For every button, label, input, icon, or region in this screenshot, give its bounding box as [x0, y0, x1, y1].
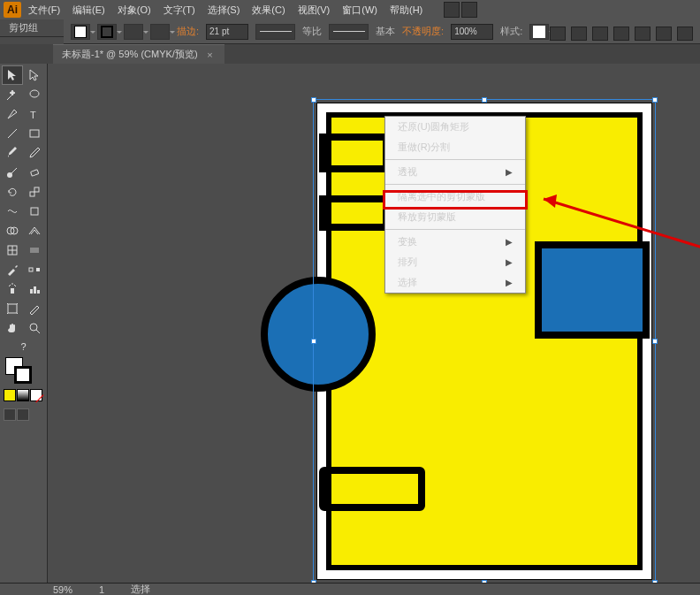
align-left-icon[interactable]: [613, 27, 629, 41]
perspective-grid-tool[interactable]: [24, 221, 45, 240]
help-icon[interactable]: ?: [2, 338, 45, 355]
width-tool[interactable]: [2, 202, 23, 221]
svg-rect-5: [30, 170, 38, 176]
arrange-docs-icon[interactable]: [461, 2, 477, 18]
recolor-icon[interactable]: [550, 27, 566, 41]
canvas[interactable]: [48, 64, 700, 584]
selection-tool[interactable]: [2, 65, 23, 85]
stroke-prof-2[interactable]: [329, 24, 369, 40]
isolate-mode-icon[interactable]: [677, 27, 693, 41]
document-tab[interactable]: 未标题-1* @ 59% (CMYK/预览) ×: [53, 44, 224, 64]
menu-effect[interactable]: 效果(C): [247, 2, 290, 19]
status-bar: 59% 1 选择: [0, 583, 700, 595]
artboard-tool[interactable]: [2, 299, 23, 318]
hand-tool[interactable]: [2, 318, 23, 338]
chevron-right-icon: ▶: [506, 257, 513, 267]
align-right-icon[interactable]: [656, 27, 672, 41]
close-tab-icon[interactable]: ×: [205, 50, 216, 60]
ctx-isolate-mask[interactable]: 隔离选中的剪切蒙版: [385, 187, 525, 207]
workspace: T ?: [0, 64, 700, 584]
menu-window[interactable]: 窗口(W): [337, 2, 383, 19]
magic-wand-tool[interactable]: [2, 85, 23, 104]
rotate-tool[interactable]: [2, 182, 23, 202]
transform-panel-icon[interactable]: [592, 27, 608, 41]
lasso-tool[interactable]: [24, 85, 45, 104]
shape-builder-tool[interactable]: [2, 221, 23, 240]
document-tab-title: 未标题-1* @ 59% (CMYK/预览): [62, 48, 198, 61]
menu-view[interactable]: 视图(V): [293, 2, 336, 19]
ctx-select[interactable]: 选择▶: [385, 272, 525, 293]
pencil-tool[interactable]: [24, 143, 45, 163]
stroke-swatch[interactable]: [97, 24, 117, 40]
direct-selection-tool[interactable]: [24, 65, 45, 85]
color-mode-swatches[interactable]: [2, 387, 45, 403]
gradient-tool[interactable]: [24, 240, 45, 260]
svg-point-20: [30, 324, 37, 331]
graphic-style-swatch[interactable]: [529, 24, 549, 40]
eyedropper-tool[interactable]: [2, 260, 23, 279]
fill-stroke-indicator[interactable]: [5, 357, 42, 384]
var-width-icon[interactable]: [150, 24, 170, 40]
toolbox: T ?: [0, 64, 48, 584]
svg-rect-16: [30, 289, 33, 294]
ctx-undo[interactable]: 还原(U)圆角矩形: [385, 117, 525, 137]
brush-def-icon[interactable]: [124, 24, 143, 40]
svg-point-0: [30, 90, 39, 97]
free-transform-tool[interactable]: [24, 202, 45, 221]
ctx-arrange[interactable]: 排列▶: [385, 252, 525, 272]
column-graph-tool[interactable]: [24, 279, 45, 299]
svg-rect-19: [8, 304, 17, 313]
menu-edit[interactable]: 编辑(E): [67, 2, 110, 19]
opacity-input[interactable]: [451, 24, 493, 40]
svg-rect-17: [34, 286, 36, 294]
stroke-size-input[interactable]: [206, 24, 248, 40]
menu-bar: Ai 文件(F) 编辑(E) 对象(O) 文字(T) 选择(S) 效果(C) 视…: [0, 0, 700, 19]
blob-brush-tool[interactable]: [2, 163, 23, 182]
document-tab-bar: 未标题-1* @ 59% (CMYK/预览) ×: [0, 44, 700, 64]
svg-rect-18: [37, 290, 40, 294]
blend-tool[interactable]: [24, 260, 45, 279]
line-tool[interactable]: [2, 124, 23, 143]
uniform-label: 等比: [302, 25, 322, 38]
align-center-icon[interactable]: [635, 27, 651, 41]
ctx-release-clip-mask[interactable]: 释放剪切蒙版: [385, 207, 525, 227]
style-label: 样式:: [500, 25, 522, 38]
svg-line-2: [8, 129, 17, 138]
menu-file[interactable]: 文件(F): [23, 2, 65, 19]
layout-icon[interactable]: [444, 2, 460, 18]
svg-line-21: [36, 330, 40, 333]
zoom-level[interactable]: 59%: [53, 584, 72, 595]
options-right-icons: [550, 27, 693, 41]
menu-select[interactable]: 选择(S): [202, 2, 246, 19]
zoom-tool[interactable]: [24, 318, 45, 338]
pen-tool[interactable]: [2, 104, 23, 124]
svg-rect-14: [36, 268, 40, 271]
mesh-tool[interactable]: [2, 240, 23, 260]
svg-rect-8: [31, 208, 38, 215]
ctx-redo[interactable]: 重做(R)分割: [385, 137, 525, 157]
chevron-right-icon: ▶: [506, 278, 513, 287]
symbol-sprayer-tool[interactable]: [2, 279, 23, 299]
stroke-label: 描边:: [177, 25, 199, 38]
artboard-nav[interactable]: 1: [99, 584, 104, 595]
paintbrush-tool[interactable]: [2, 143, 23, 163]
menu-object[interactable]: 对象(O): [112, 2, 156, 19]
align-icon[interactable]: [571, 27, 587, 41]
rectangle-tool[interactable]: [24, 124, 45, 143]
screen-mode-icons[interactable]: [2, 407, 45, 423]
svg-rect-12: [30, 248, 39, 253]
menu-type[interactable]: 文字(T): [158, 2, 201, 19]
basic-label: 基本: [376, 25, 395, 38]
scale-tool[interactable]: [24, 182, 45, 202]
stroke-prof-1[interactable]: [255, 24, 295, 40]
svg-rect-7: [34, 187, 39, 192]
slice-tool[interactable]: [24, 299, 45, 318]
menu-help[interactable]: 帮助(H): [384, 2, 428, 19]
ctx-perspective[interactable]: 透视▶: [385, 162, 525, 182]
opacity-label: 不透明度:: [402, 25, 444, 38]
fill-swatch[interactable]: [71, 24, 90, 40]
ctx-transform[interactable]: 变换▶: [385, 232, 525, 252]
type-tool[interactable]: T: [24, 104, 45, 124]
eraser-tool[interactable]: [24, 163, 45, 182]
svg-text:T: T: [30, 110, 36, 120]
